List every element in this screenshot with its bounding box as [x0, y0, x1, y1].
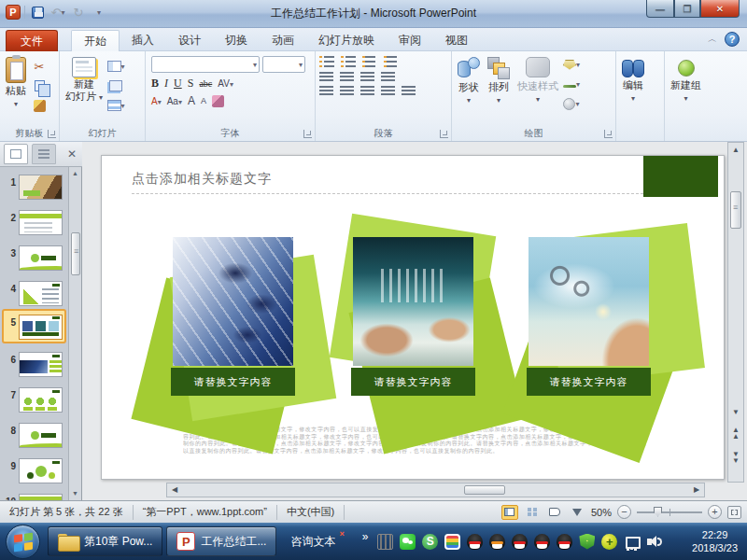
slide-sorter-button[interactable] — [524, 505, 541, 520]
dialog-launcher-icon[interactable] — [303, 130, 312, 138]
copy-button[interactable] — [30, 77, 49, 94]
restore-button[interactable]: ❐ — [674, 0, 700, 18]
font-color-button[interactable]: A▾ — [151, 96, 162, 106]
cut-button[interactable]: ✂ — [30, 58, 49, 75]
scroll-right-icon[interactable]: ▶ — [690, 484, 703, 496]
messenger-icon[interactable]: S — [422, 534, 438, 550]
volume-icon[interactable] — [646, 534, 662, 550]
bullets-icon[interactable] — [319, 56, 334, 69]
zoom-out-button[interactable]: − — [617, 505, 631, 519]
slide-title[interactable]: 点击添加相关标题文字 — [132, 171, 272, 188]
thumbnail-slide-7[interactable]: 7 — [4, 384, 63, 413]
bold-button[interactable]: B — [151, 77, 159, 91]
reading-view-button[interactable] — [546, 505, 563, 520]
zoom-percentage[interactable]: 50% — [591, 507, 612, 518]
tab-design[interactable]: 设计 — [166, 30, 213, 51]
scrollbar-thumb[interactable] — [730, 191, 741, 229]
fit-to-window-button[interactable] — [727, 506, 741, 519]
tab-outline[interactable] — [32, 144, 56, 164]
grow-font-button[interactable]: A — [188, 94, 195, 107]
wechat-icon[interactable] — [400, 534, 416, 550]
scroll-up-icon[interactable]: ▲ — [729, 144, 742, 157]
shrink-font-button[interactable]: A — [201, 96, 206, 105]
security-coin-icon[interactable] — [601, 534, 617, 550]
input-suite-icon[interactable] — [444, 534, 460, 550]
shape-fill-button[interactable]: ▾ — [562, 56, 581, 73]
tab-view[interactable]: 视图 — [433, 30, 480, 51]
taskbar-clock[interactable]: 22:29 2018/3/23 — [692, 528, 738, 554]
change-case-button[interactable]: Aa▾ — [167, 96, 182, 106]
minimize-button[interactable]: — — [646, 0, 674, 18]
thumbnail-slide-6[interactable]: 6 — [4, 348, 63, 377]
shadow-button[interactable]: S — [188, 77, 194, 91]
close-badge-icon[interactable]: × — [339, 529, 344, 539]
tab-file[interactable]: 文件 — [6, 30, 58, 51]
thumbnail-slide-3[interactable]: 3 — [4, 242, 63, 271]
align-left-icon[interactable] — [319, 86, 333, 97]
caption-bar-2[interactable]: 请替换文字内容 — [351, 368, 475, 396]
dialog-launcher-icon[interactable] — [604, 130, 613, 138]
previous-slide-icon[interactable]: ▲▲ — [729, 427, 742, 440]
tab-review[interactable]: 审阅 — [387, 30, 433, 51]
thumbnail-slide-8[interactable]: 8 — [4, 419, 63, 448]
show-hidden-icons-chevron[interactable]: » — [362, 530, 369, 543]
close-button[interactable]: ✕ — [700, 0, 740, 18]
antivirus-shield-icon[interactable] — [579, 534, 595, 550]
caption-bar-1[interactable]: 请替换文字内容 — [171, 368, 295, 396]
underline-button[interactable]: U — [174, 77, 182, 91]
font-name-combobox[interactable]: ▾ — [151, 56, 260, 73]
zoom-slider-thumb[interactable] — [654, 507, 662, 517]
scroll-up-icon[interactable]: ▲ — [70, 168, 80, 179]
thumbnail-slide-10[interactable]: 10 — [4, 490, 63, 500]
qq-icon[interactable] — [557, 534, 572, 550]
italic-button[interactable]: I — [164, 77, 168, 91]
taskbar-item-powerpoint[interactable]: 工作总结工... — [166, 526, 276, 556]
shapes-button[interactable]: 形状 ▾ — [454, 54, 484, 123]
next-slide-icon[interactable]: ▼▼ — [729, 451, 742, 464]
tab-slideshow[interactable]: 幻灯片放映 — [306, 30, 387, 51]
picture-group-2[interactable]: 请替换文字内容 — [351, 237, 475, 394]
scrollbar-thumb[interactable] — [71, 232, 80, 275]
normal-view-button[interactable] — [501, 505, 518, 520]
qq-icon[interactable] — [534, 534, 550, 550]
minimize-ribbon-icon[interactable]: ︿ — [708, 33, 717, 46]
shape-effects-button[interactable]: ▾ — [562, 95, 581, 112]
photo-gears-hand[interactable] — [529, 237, 649, 366]
section-button[interactable]: ▾ — [106, 97, 125, 114]
tab-slides-thumbnails[interactable] — [4, 144, 28, 164]
vertical-scrollbar[interactable]: ▲ ▼ ▲▲ ▼▼ — [727, 142, 744, 483]
new-slide-button[interactable]: 新建 幻灯片 ▾ — [62, 54, 106, 123]
line-spacing-icon[interactable] — [362, 56, 377, 69]
network-icon[interactable] — [624, 534, 640, 550]
start-button[interactable] — [6, 525, 40, 559]
dialog-launcher-icon[interactable] — [440, 130, 448, 138]
picture-group-1[interactable]: 请替换文字内容 — [171, 237, 295, 394]
decrease-indent-icon[interactable] — [319, 72, 333, 83]
scrollbar-thumb[interactable] — [464, 485, 505, 495]
convert-smartart-icon[interactable] — [402, 86, 416, 97]
numbering-icon[interactable] — [341, 56, 356, 69]
photo-hands-computer[interactable] — [353, 237, 473, 366]
format-painter-button[interactable] — [30, 97, 49, 114]
arrange-button[interactable]: 排列 ▾ — [484, 54, 514, 123]
thumbnail-slide-9[interactable]: 9 — [4, 455, 63, 483]
strikethrough-button[interactable]: abc — [199, 78, 212, 89]
align-center-icon[interactable] — [340, 86, 354, 97]
zoom-in-button[interactable]: + — [708, 505, 722, 519]
thumbnail-slide-5-selected[interactable]: 5 — [2, 309, 66, 343]
tab-animations[interactable]: 动画 — [260, 30, 306, 51]
columns-icon[interactable] — [360, 72, 374, 83]
scroll-down-icon[interactable]: ▼ — [70, 488, 80, 499]
layout-button[interactable]: ▾ — [106, 58, 125, 75]
shape-outline-button[interactable]: ▾ — [562, 76, 581, 92]
slide-editor[interactable]: 点击添加相关标题文字 请替换文字内容 请替换文字内容 请替换文字内容 — [101, 155, 725, 480]
justify-icon[interactable] — [381, 86, 395, 97]
picture-group-3[interactable]: 请替换文字内容 — [527, 237, 651, 394]
taskbar-item-folder[interactable]: 第10章 Pow... — [48, 526, 162, 556]
increase-indent-icon[interactable] — [340, 72, 354, 83]
font-size-combobox[interactable]: ▾ — [262, 56, 305, 73]
tab-transitions[interactable]: 切换 — [213, 30, 260, 51]
thumbnail-slide-4[interactable]: 4 — [4, 277, 63, 306]
thumbnails-scrollbar[interactable]: ▲ ▼ — [68, 167, 81, 500]
align-right-icon[interactable] — [360, 86, 374, 97]
